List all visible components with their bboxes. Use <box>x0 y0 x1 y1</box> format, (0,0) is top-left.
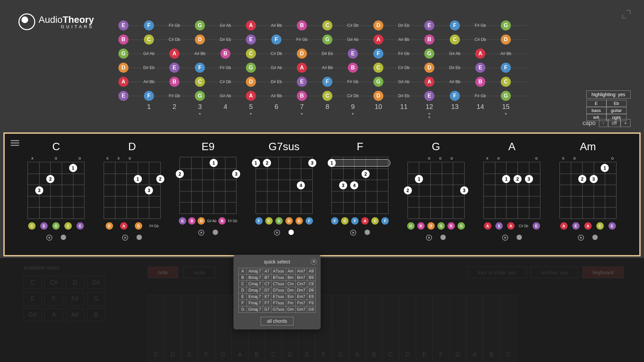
fret-sharp[interactable]: A# Bb <box>271 23 282 28</box>
fret-sharp[interactable]: G# Ab <box>271 65 282 70</box>
white-key[interactable]: C <box>382 295 399 362</box>
record-icon[interactable] <box>213 230 218 235</box>
qs-cell[interactable]: B <box>239 275 247 281</box>
qs-cell[interactable]: C7 <box>263 281 271 287</box>
qs-cell[interactable]: Bm7 <box>295 275 307 281</box>
record-icon[interactable] <box>288 230 294 235</box>
white-key[interactable]: F <box>433 295 449 362</box>
fret-sharp[interactable]: A# Bb <box>322 65 333 70</box>
qs-cell[interactable]: Em7 <box>295 294 307 300</box>
qs-cell[interactable]: F7sus <box>271 300 286 306</box>
fret-note[interactable]: C <box>195 77 205 87</box>
qs-cell[interactable]: D7 <box>263 287 271 294</box>
fret-sharp[interactable]: F# Gb <box>475 23 486 28</box>
fret-sharp[interactable]: G# Ab <box>220 23 231 28</box>
qs-cell[interactable]: Dm <box>286 287 295 294</box>
qs-cell[interactable]: Bm <box>286 275 295 281</box>
qs-cell[interactable]: Amaj.7 <box>247 268 263 275</box>
qs-cell[interactable]: A7 <box>263 268 271 275</box>
qs-cell[interactable]: Dm7 <box>295 287 307 294</box>
fret-note[interactable]: G <box>424 49 434 59</box>
white-key[interactable]: A <box>349 295 366 362</box>
fullscreen-icon[interactable] <box>622 10 631 18</box>
fret-note[interactable]: C <box>322 20 332 31</box>
fret-note[interactable]: F <box>501 63 511 73</box>
qs-cell[interactable]: Cmaj.7 <box>247 281 263 287</box>
fret-note[interactable]: F <box>450 20 460 31</box>
white-key[interactable]: G <box>215 295 231 362</box>
open-note[interactable]: E <box>118 20 128 31</box>
qs-cell[interactable]: Dmaj.7 <box>247 287 263 294</box>
fret-note[interactable]: F <box>322 77 332 87</box>
fret-sharp[interactable]: D# Eb <box>143 65 154 70</box>
qs-cell[interactable]: A9 <box>307 268 315 275</box>
fret-note[interactable]: C <box>246 49 256 59</box>
qs-cell[interactable]: G9 <box>307 306 315 313</box>
fret-note[interactable]: F <box>195 63 205 73</box>
all-chords-btn[interactable]: all chords <box>261 317 293 325</box>
capo-minus[interactable]: - <box>599 119 608 127</box>
qs-cell[interactable]: Cm <box>286 281 295 287</box>
fret-note[interactable]: E <box>424 20 434 31</box>
qs-cell[interactable]: C9 <box>307 281 315 287</box>
play-icon[interactable] <box>350 230 356 236</box>
fret-sharp[interactable]: C# Db <box>271 51 282 56</box>
chord-A[interactable]: Axoo123AEAC# DbE <box>480 140 544 241</box>
record-icon[interactable] <box>137 235 142 240</box>
fret-note[interactable]: F <box>271 35 281 45</box>
fret-sharp[interactable]: A# Bb <box>144 79 155 84</box>
mute-btn[interactable]: mute <box>183 266 215 278</box>
fret-sharp[interactable]: F# Gb <box>169 94 180 98</box>
overlay-btn[interactable]: overlay: yes <box>531 266 578 278</box>
qs-cell[interactable]: Gmaj.7 <box>247 306 263 313</box>
chord-G7sus[interactable]: G7sus1234FCGDDF <box>252 140 316 241</box>
fret-sharp[interactable]: A# Bb <box>500 51 512 56</box>
fret-sharp[interactable]: F# Gb <box>169 23 180 28</box>
white-key[interactable]: B <box>366 295 382 362</box>
available-note[interactable]: A <box>45 308 63 321</box>
note-btn[interactable]: note <box>148 266 178 278</box>
fret-sharp[interactable]: F# Gb <box>398 51 409 56</box>
open-note[interactable]: E <box>118 91 128 101</box>
qs-cell[interactable]: Fm <box>286 300 295 306</box>
qs-cell[interactable]: G7 <box>263 306 271 313</box>
qs-cell[interactable]: C <box>239 281 247 287</box>
chord-G[interactable]: Gooo123GBDGBG <box>404 140 468 241</box>
fret-sharp[interactable]: A# Bb <box>398 37 410 42</box>
fret-note[interactable]: C <box>322 91 332 101</box>
key-eb-btn[interactable]: Eb <box>606 100 627 107</box>
fret-note[interactable]: F <box>450 91 460 101</box>
qs-cell[interactable]: F <box>239 300 247 306</box>
white-key[interactable]: E <box>416 295 433 362</box>
fret-sharp[interactable]: C# Db <box>398 65 410 70</box>
available-note[interactable]: F <box>45 292 63 305</box>
chord-Am[interactable]: Amxoo123AEACE <box>556 140 620 241</box>
fret-note[interactable]: B <box>475 77 485 87</box>
fret-sharp[interactable]: A# Bb <box>271 94 282 98</box>
record-icon[interactable] <box>517 235 522 240</box>
fret-note[interactable]: F <box>144 91 154 101</box>
qs-cell[interactable]: E <box>239 294 247 300</box>
fret-sharp[interactable]: C# Db <box>347 23 359 28</box>
available-note[interactable]: D# <box>87 276 105 289</box>
fret-note[interactable]: D <box>501 35 511 45</box>
qs-cell[interactable]: Am <box>286 268 295 275</box>
fret-sharp[interactable]: G# Ab <box>220 94 231 98</box>
qs-cell[interactable]: D7sus <box>271 287 286 294</box>
fret-note[interactable]: E <box>297 77 307 87</box>
qs-cell[interactable]: D9 <box>307 287 315 294</box>
qs-cell[interactable]: G7sus <box>271 306 286 313</box>
white-key[interactable]: A <box>466 295 483 362</box>
fret-note[interactable]: C <box>450 35 460 45</box>
open-note[interactable]: A <box>118 77 128 87</box>
fret-sharp[interactable]: G# Ab <box>347 37 358 42</box>
fret-note[interactable]: C <box>373 63 383 73</box>
lock-scale-btn[interactable]: lock to scale: yes <box>468 266 527 278</box>
fret-note[interactable]: A <box>297 63 307 73</box>
fret-sharp[interactable]: A# Bb <box>195 51 206 56</box>
fret-note[interactable]: E <box>169 63 179 73</box>
open-note[interactable]: G <box>118 49 128 59</box>
qs-cell[interactable]: F7 <box>263 300 271 306</box>
qs-cell[interactable]: B7 <box>263 275 271 281</box>
fret-note[interactable]: B <box>297 20 307 31</box>
